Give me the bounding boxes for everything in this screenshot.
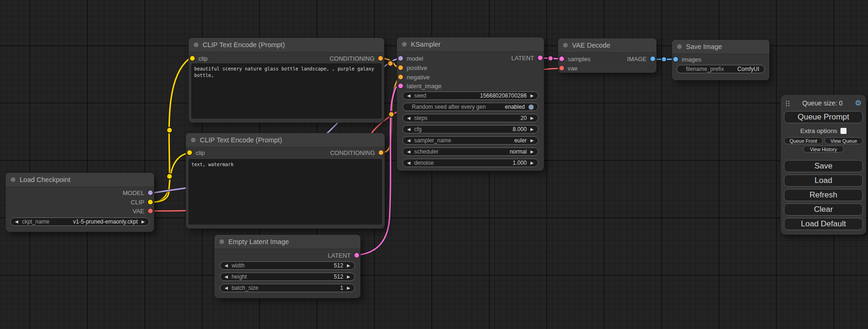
prev-value-arrow[interactable]: ◀	[407, 161, 410, 165]
output-slot-vae[interactable]: VAE	[133, 207, 153, 215]
load-button[interactable]: Load	[784, 175, 863, 187]
batch-size-widget[interactable]: ◀ batch_size 1 ▶	[220, 284, 355, 292]
input-slot-negative[interactable]: negative	[398, 73, 430, 81]
queue-front-button[interactable]: Queue Front	[784, 137, 823, 144]
node-title-bar[interactable]: KSampler	[397, 37, 544, 52]
node-title-bar[interactable]: CLIP Text Encode (Prompt)	[189, 38, 384, 52]
collapse-dot-icon[interactable]	[194, 42, 198, 47]
output-slot-latent[interactable]: LATENT	[511, 54, 543, 62]
latent-slot-icon[interactable]	[559, 56, 564, 61]
extra-options-checkbox[interactable]	[840, 128, 847, 134]
input-slot-images[interactable]: images	[673, 56, 701, 63]
random-seed-toggle-widget[interactable]: Random seed after every gen enabled	[402, 103, 538, 111]
prev-value-arrow[interactable]: ◀	[15, 220, 18, 224]
conditioning-slot-icon[interactable]	[378, 56, 383, 61]
ckpt-name-widget[interactable]: ◀ ckpt_name v1-5-pruned-emaonly.ckpt ▶	[10, 217, 149, 226]
input-slot-vae[interactable]: vae	[559, 64, 578, 72]
node-title-bar[interactable]: VAE Decode	[558, 38, 656, 53]
node-graph-canvas[interactable]: CLIP Text Encode (Prompt) clip CONDITION…	[0, 0, 868, 329]
clip-slot-icon[interactable]	[190, 56, 195, 61]
input-slot-positive[interactable]: positive	[398, 64, 427, 71]
next-value-arrow[interactable]: ▶	[530, 161, 534, 165]
output-slot-conditioning[interactable]: CONDITIONING	[330, 55, 383, 62]
load-default-button[interactable]: Load Default	[784, 218, 863, 230]
input-slot-latent-image[interactable]: latent_image	[398, 82, 441, 90]
node-save-image[interactable]: Save Image images filename_prefix ComfyU…	[672, 40, 769, 80]
collapse-dot-icon[interactable]	[563, 43, 568, 48]
prev-value-arrow[interactable]: ◀	[407, 116, 410, 120]
prompt-text-area[interactable]: beautiful scenery nature glass bottle la…	[191, 63, 381, 119]
image-slot-icon[interactable]	[650, 56, 655, 61]
next-value-arrow[interactable]: ▶	[530, 139, 534, 143]
prev-value-arrow[interactable]: ◀	[407, 94, 410, 98]
toggle-indicator-icon[interactable]	[529, 105, 534, 110]
node-load-checkpoint[interactable]: Load Checkpoint MODEL CLIP VAE ◀ ckpt_na…	[6, 173, 154, 232]
collapse-dot-icon[interactable]	[402, 42, 407, 47]
denoise-widget[interactable]: ◀ denoise 1.000 ▶	[402, 159, 538, 167]
conditioning-slot-icon[interactable]	[398, 65, 403, 70]
view-queue-button[interactable]: View Queue	[825, 137, 863, 144]
clip-slot-icon[interactable]	[148, 200, 153, 204]
latent-slot-icon[interactable]	[538, 56, 543, 60]
width-widget[interactable]: ◀ width 512 ▶	[220, 261, 355, 270]
node-clip-text-encode-negative[interactable]: CLIP Text Encode (Prompt) clip CONDITION…	[186, 133, 385, 229]
filename-prefix-widget[interactable]: filename_prefix ComfyUI	[677, 65, 765, 73]
next-value-arrow[interactable]: ▶	[530, 116, 534, 120]
prev-value-arrow[interactable]: ◀	[225, 286, 228, 290]
input-slot-clip[interactable]: clip	[190, 55, 208, 62]
model-slot-icon[interactable]	[398, 56, 403, 61]
node-title-bar[interactable]: CLIP Text Encode (Prompt)	[186, 133, 385, 147]
output-slot-image[interactable]: IMAGE	[627, 55, 655, 63]
refresh-button[interactable]: Refresh	[784, 189, 863, 201]
collapse-dot-icon[interactable]	[11, 177, 15, 182]
clip-slot-icon[interactable]	[187, 150, 192, 155]
output-slot-clip[interactable]: CLIP	[131, 198, 153, 206]
seed-widget[interactable]: ◀ seed 156680208700286 ▶	[402, 91, 538, 100]
vae-slot-icon[interactable]	[559, 66, 564, 70]
vae-slot-icon[interactable]	[148, 209, 153, 213]
node-empty-latent-image[interactable]: Empty Latent Image LATENT ◀ width 512 ▶ …	[214, 235, 360, 298]
next-value-arrow[interactable]: ▶	[347, 286, 350, 290]
prev-value-arrow[interactable]: ◀	[407, 127, 410, 132]
next-value-arrow[interactable]: ▶	[347, 264, 350, 268]
conditioning-slot-icon[interactable]	[398, 75, 403, 79]
image-slot-icon[interactable]	[673, 57, 678, 62]
next-value-arrow[interactable]: ▶	[530, 127, 534, 132]
queue-prompt-button[interactable]: Queue Prompt	[784, 111, 863, 123]
next-value-arrow[interactable]: ▶	[347, 275, 350, 279]
steps-widget[interactable]: ◀ steps 20 ▶	[402, 114, 538, 122]
input-slot-model[interactable]: model	[398, 55, 423, 62]
save-button[interactable]: Save	[784, 160, 863, 172]
node-title-bar[interactable]: Save Image	[672, 40, 769, 54]
prev-value-arrow[interactable]: ◀	[225, 275, 228, 279]
prev-value-arrow[interactable]: ◀	[225, 264, 228, 268]
output-slot-model[interactable]: MODEL	[123, 189, 153, 196]
next-value-arrow[interactable]: ▶	[530, 150, 534, 154]
next-value-arrow[interactable]: ▶	[530, 94, 534, 98]
node-title-bar[interactable]: Empty Latent Image	[214, 235, 360, 249]
scheduler-widget[interactable]: ◀ scheduler normal ▶	[402, 147, 538, 156]
model-slot-icon[interactable]	[148, 190, 153, 195]
collapse-dot-icon[interactable]	[219, 239, 224, 244]
output-slot-latent[interactable]: LATENT	[328, 252, 359, 259]
latent-slot-icon[interactable]	[354, 253, 359, 258]
latent-slot-icon[interactable]	[398, 84, 403, 88]
sampler-name-widget[interactable]: ◀ sampler_name euler ▶	[402, 136, 538, 145]
prev-value-arrow[interactable]: ◀	[407, 139, 410, 143]
collapse-dot-icon[interactable]	[191, 138, 196, 142]
input-slot-clip[interactable]: clip	[187, 149, 205, 156]
node-vae-decode[interactable]: VAE Decode samples IMAGE vae	[558, 38, 656, 73]
conditioning-slot-icon[interactable]	[379, 150, 383, 155]
node-title-bar[interactable]: Load Checkpoint	[6, 173, 154, 187]
prompt-text-area[interactable]: text, watermark	[189, 159, 382, 224]
next-value-arrow[interactable]: ▶	[141, 220, 145, 224]
collapse-dot-icon[interactable]	[677, 44, 682, 49]
drag-handle-icon[interactable]	[785, 100, 790, 106]
input-slot-samples[interactable]: samples	[559, 55, 590, 63]
output-slot-conditioning[interactable]: CONDITIONING	[330, 149, 383, 156]
cfg-widget[interactable]: ◀ cfg 8.000 ▶	[402, 125, 538, 133]
view-history-button[interactable]: View History	[803, 146, 844, 153]
node-clip-text-encode-positive[interactable]: CLIP Text Encode (Prompt) clip CONDITION…	[189, 38, 384, 123]
settings-gear-icon[interactable]: ⚙	[855, 99, 861, 107]
node-ksampler[interactable]: KSampler model LATENT positive negative …	[397, 37, 544, 171]
